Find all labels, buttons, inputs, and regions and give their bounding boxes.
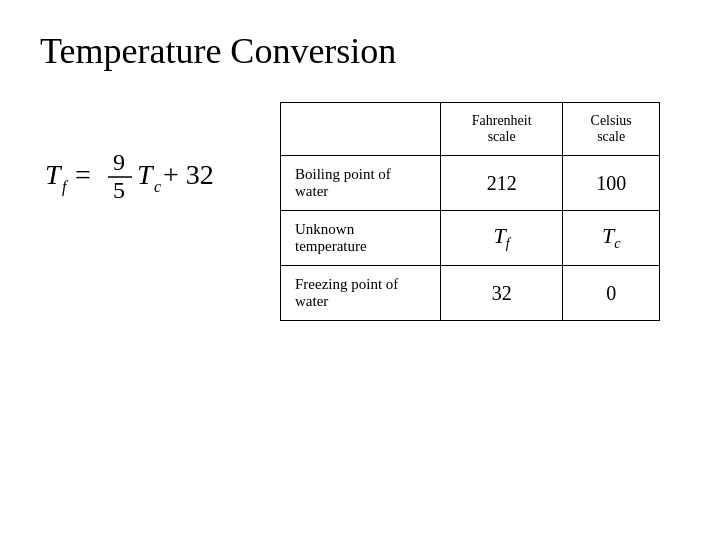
header-fahrenheit: Fahrenheit scale (441, 103, 563, 156)
svg-text:9: 9 (113, 149, 125, 175)
content-area: T f = 9 5 T c + 32 (40, 102, 680, 321)
row3-celsius: 0 (563, 266, 660, 321)
table-row: Boiling point of water 212 100 (281, 156, 660, 211)
row1-label: Boiling point of water (281, 156, 441, 211)
row1-celsius: 100 (563, 156, 660, 211)
table-header-row: Fahrenheit scale Celsius scale (281, 103, 660, 156)
conversion-table: Fahrenheit scale Celsius scale Boiling p… (280, 102, 660, 321)
svg-text:+ 32: + 32 (163, 159, 214, 190)
row2-label: Unknown temperature (281, 211, 441, 266)
svg-text:5: 5 (113, 177, 125, 203)
page-title: Temperature Conversion (40, 30, 680, 72)
table-row: Unknown temperature Tf Tc (281, 211, 660, 266)
formula-area: T f = 9 5 T c + 32 (40, 102, 240, 212)
row2-fahrenheit: Tf (441, 211, 563, 266)
row1-fahrenheit: 212 (441, 156, 563, 211)
svg-text:f: f (62, 178, 69, 196)
row3-label: Freezing point of water (281, 266, 441, 321)
svg-text:T: T (45, 159, 63, 190)
svg-text:T: T (137, 159, 155, 190)
header-celsius: Celsius scale (563, 103, 660, 156)
svg-text:=: = (75, 159, 91, 190)
table-row: Freezing point of water 32 0 (281, 266, 660, 321)
header-label (281, 103, 441, 156)
formula-svg: T f = 9 5 T c + 32 (45, 142, 235, 212)
svg-text:c: c (154, 178, 161, 195)
row3-fahrenheit: 32 (441, 266, 563, 321)
table-area: Fahrenheit scale Celsius scale Boiling p… (280, 102, 680, 321)
row2-celsius: Tc (563, 211, 660, 266)
page: Temperature Conversion T f = 9 5 T c + (0, 0, 720, 540)
